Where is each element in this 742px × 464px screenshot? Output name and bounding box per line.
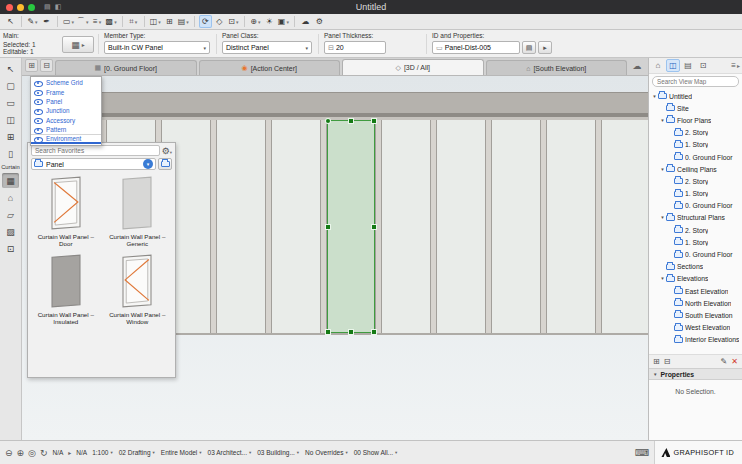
toolbar-button[interactable]: [244, 16, 245, 27]
properties-panel-button[interactable]: ▤: [522, 41, 536, 54]
tree-item[interactable]: ▼ 1. Story: [649, 139, 742, 151]
eye-icon[interactable]: [34, 88, 43, 96]
eye-icon[interactable]: [34, 126, 43, 134]
panel-class-select[interactable]: Distinct Panel ▾: [222, 41, 312, 54]
chevron-down-icon[interactable]: ▾: [143, 159, 153, 169]
column-tool[interactable]: ▯: [2, 146, 19, 161]
curtain-wall-tool[interactable]: ▦: [2, 173, 19, 188]
current-tool-button[interactable]: ▦: [62, 36, 94, 53]
disclosure-triangle-icon[interactable]: ▼: [659, 276, 666, 281]
toolbar-button[interactable]: [21, 16, 22, 27]
delete-view-button[interactable]: ✕: [731, 357, 738, 366]
line-weight[interactable]: ≡: [91, 15, 104, 28]
eye-icon[interactable]: [34, 135, 43, 143]
settings-gear[interactable]: ⚙: [313, 15, 326, 28]
view-tab[interactable]: ⌂ [South Elevation]: [486, 60, 628, 75]
disclosure-triangle-icon[interactable]: ▼: [659, 215, 666, 220]
tree-item[interactable]: ▼ 0. Ground Floor: [649, 200, 742, 212]
statusbar-dropdown[interactable]: Entire Model: [161, 449, 202, 456]
disclosure-triangle-icon[interactable]: ▼: [659, 167, 666, 172]
panes-toggle[interactable]: ◫: [149, 15, 162, 28]
eyedropper-tool[interactable]: ✒: [40, 15, 53, 28]
tree-item[interactable]: ▼ 2. Story: [649, 127, 742, 139]
next-view-icon[interactable]: ▸: [68, 449, 71, 456]
selection-handle[interactable]: [326, 225, 330, 229]
statusbar-dropdown[interactable]: 1:100: [92, 449, 113, 456]
tree-item[interactable]: ▼ Site: [649, 102, 742, 114]
tree-item[interactable]: ▼ Floor Plans: [649, 114, 742, 126]
selection-handle[interactable]: [326, 330, 330, 334]
toolbar-button[interactable]: [122, 16, 123, 27]
panel-thickness-field[interactable]: [336, 44, 382, 51]
selection-handle[interactable]: [349, 330, 353, 334]
tree-item[interactable]: ▼ Sections: [649, 261, 742, 273]
toolbar-button[interactable]: [194, 16, 195, 27]
orbit-button[interactable]: ↻: [40, 448, 48, 458]
quick-options-button[interactable]: ⊟: [40, 59, 53, 72]
layer-visibility-row[interactable]: Frame: [31, 87, 101, 96]
view-tab[interactable]: ◇ [3D / All]: [342, 59, 484, 75]
layer-visibility-row[interactable]: Panel: [31, 97, 101, 106]
tree-item[interactable]: ▼ Ceiling Plans: [649, 163, 742, 175]
teamwork-cloud-icon[interactable]: ☁: [629, 60, 645, 72]
selected-panel[interactable]: [327, 120, 375, 333]
selection-handle[interactable]: [326, 119, 330, 123]
zoom-out-button[interactable]: ⊖: [5, 448, 13, 458]
grid-snap[interactable]: ⌗: [127, 15, 140, 28]
roof-tool[interactable]: ⌂: [2, 190, 19, 205]
tree-item[interactable]: ▼ East Elevation: [649, 285, 742, 297]
tree-item[interactable]: ▼ 0. Ground Floor: [649, 248, 742, 260]
favorite-item[interactable]: Curtain Wall Panel – Door: [30, 175, 102, 248]
element-id-field[interactable]: ▭ Panel-Dist-005: [432, 41, 520, 54]
eye-icon[interactable]: [34, 107, 43, 115]
wall-tool[interactable]: ▭: [2, 95, 19, 110]
layer-visibility-row[interactable]: Pattern: [31, 125, 101, 134]
layer-visibility-row[interactable]: Junction: [31, 106, 101, 115]
tree-item[interactable]: ▼ Structural Plans: [649, 212, 742, 224]
sun-study[interactable]: ☀: [263, 15, 276, 28]
pencil-tool[interactable]: ✎: [26, 15, 39, 28]
eye-icon[interactable]: [34, 116, 43, 124]
navigator-menu-button[interactable]: ≡ ▸: [731, 61, 740, 70]
tree-item[interactable]: ▼ Elevations: [649, 273, 742, 285]
tree-item[interactable]: ▼ South Elevation: [649, 309, 742, 321]
statusbar-dropdown[interactable]: No Overrides: [305, 449, 348, 456]
properties-header[interactable]: ▼ Properties: [649, 368, 742, 380]
proxy-document-icon[interactable]: ▤: [44, 3, 51, 11]
selection-handle[interactable]: [372, 225, 376, 229]
tree-item[interactable]: ▼ 1. Story: [649, 236, 742, 248]
zoom-window-button[interactable]: [28, 4, 35, 11]
statusbar-dropdown[interactable]: 03 Architect...: [208, 449, 252, 456]
quick-layers-button[interactable]: ⊞: [25, 59, 38, 72]
marquee-tool[interactable]: ▢: [2, 78, 19, 93]
publisher-tab[interactable]: ⊡: [696, 59, 710, 72]
favorite-item[interactable]: Curtain Wall Panel – Insulated: [30, 253, 102, 326]
favorites-folder-select[interactable]: Panel ▾: [31, 158, 156, 170]
view-tab[interactable]: ▦ [0. Ground Floor]: [55, 60, 197, 75]
toolbar-button[interactable]: [294, 16, 295, 27]
publish-cloud[interactable]: ☁: [299, 15, 312, 28]
proxy-options-icon[interactable]: ◧: [55, 3, 62, 11]
tree-item[interactable]: ▼ North Elevation: [649, 297, 742, 309]
layer-visibility-row[interactable]: Accessory: [31, 116, 101, 125]
project-map-tab[interactable]: ⌂: [651, 59, 665, 72]
browse-folders-button[interactable]: [158, 158, 172, 170]
favorite-item[interactable]: Curtain Wall Panel – Generic: [102, 175, 174, 248]
curtain-wall-label[interactable]: Curtain: [0, 163, 22, 171]
move-options[interactable]: ▭: [62, 15, 75, 28]
eye-icon[interactable]: [34, 97, 43, 105]
door-tool[interactable]: ◫: [2, 112, 19, 127]
selection-handle[interactable]: [349, 119, 353, 123]
zoom-percent-value[interactable]: N/A: [53, 449, 64, 456]
tree-item[interactable]: ▼ Interior Elevations: [649, 334, 742, 346]
3d-globe[interactable]: ⊕: [249, 15, 262, 28]
panel-thickness-input[interactable]: ⊟: [324, 41, 386, 54]
statusbar-dropdown[interactable]: 02 Drafting: [119, 449, 155, 456]
tree-item[interactable]: ▼ 1. Story: [649, 188, 742, 200]
layout-book-tab[interactable]: ▤: [681, 59, 695, 72]
arrow-tool[interactable]: ↖: [2, 61, 19, 76]
eye-icon[interactable]: [34, 79, 43, 87]
layer-visibility-row[interactable]: Environment: [31, 134, 101, 143]
layers-options[interactable]: ▤: [177, 15, 190, 28]
edit-view-button[interactable]: ✎: [721, 357, 728, 366]
